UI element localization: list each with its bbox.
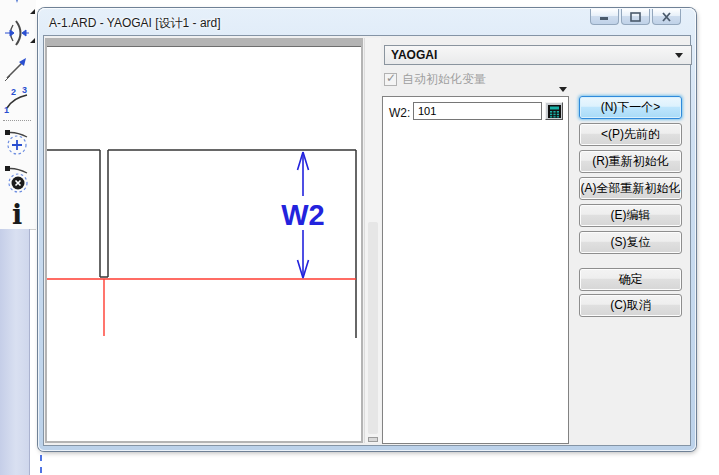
- next-button[interactable]: (N)下一个>: [579, 96, 682, 119]
- window-title: A-1.ARD - YAOGAI [设计1 - ard]: [49, 15, 221, 32]
- reset-button[interactable]: (S)复位: [579, 231, 682, 254]
- info-icon[interactable]: i: [3, 199, 31, 227]
- guide-line: [40, 455, 42, 473]
- titlebar[interactable]: A-1.ARD - YAOGAI [设计1 - ard]: [38, 8, 696, 35]
- svg-text:3: 3: [22, 86, 27, 95]
- renumber-points-icon[interactable]: 1 2 3: [3, 86, 31, 114]
- pattern-preview-canvas[interactable]: W2: [47, 46, 361, 441]
- pattern-outline: [47, 150, 356, 338]
- previous-button[interactable]: <(P)先前的: [579, 123, 682, 146]
- toolbar: 1 2 3: [0, 0, 36, 230]
- baseline-guides: [47, 279, 356, 336]
- maximize-button[interactable]: [621, 9, 650, 25]
- curve-adjust-icon[interactable]: [3, 19, 31, 47]
- auto-init-label: 自动初始化变量: [402, 71, 486, 88]
- calculator-button[interactable]: [545, 102, 563, 120]
- docked-panel-strip: [0, 229, 30, 475]
- ok-button[interactable]: 确定: [579, 268, 682, 291]
- add-point-icon[interactable]: [3, 127, 31, 159]
- list-dropdown-icon[interactable]: [559, 87, 567, 92]
- controls-panel: YAOGAI 自动初始化变量 W2:: [382, 36, 690, 445]
- combobox-value: YAOGAI: [385, 48, 675, 62]
- dropdown-corner-icon: [30, 38, 35, 43]
- dialog-client-area: W2 YAOGAI 自动初始化变量: [43, 35, 691, 446]
- variable-value-input[interactable]: [413, 102, 542, 120]
- auto-init-row: 自动初始化变量: [384, 72, 486, 86]
- close-button[interactable]: [652, 9, 681, 25]
- maximize-icon: [630, 12, 641, 22]
- calculator-icon: [548, 105, 561, 118]
- chevron-down-icon: [675, 53, 683, 58]
- svg-text:1: 1: [4, 105, 9, 114]
- variable-row: W2:: [383, 102, 568, 122]
- scrollbar-thumb[interactable]: [368, 222, 378, 434]
- reinitialize-button[interactable]: (R)重新初始化: [579, 150, 682, 173]
- variable-list[interactable]: W2:: [382, 96, 569, 444]
- cancel-button[interactable]: (C)取消: [579, 294, 682, 317]
- curve-select-icon[interactable]: [3, 0, 31, 4]
- svg-text:i: i: [12, 199, 22, 229]
- scrollbar-grip[interactable]: [368, 437, 378, 442]
- preview-scrollbar[interactable]: [364, 38, 381, 443]
- window-controls: [588, 9, 681, 25]
- auto-init-checkbox[interactable]: [384, 73, 397, 86]
- dimension-label-group: W2: [281, 199, 325, 231]
- minimize-icon: [599, 12, 610, 21]
- drawing-frame: W2: [45, 38, 363, 443]
- dropdown-corner-icon: [30, 9, 35, 14]
- reinitialize-all-button[interactable]: (A)全部重新初始化: [579, 177, 682, 200]
- measure-arrow-icon[interactable]: [3, 54, 31, 82]
- edit-button[interactable]: (E)编辑: [579, 204, 682, 227]
- close-icon: [661, 12, 672, 22]
- left-tool-rail: 1 2 3: [0, 0, 37, 475]
- svg-text:2: 2: [11, 87, 16, 97]
- dimension-label: W2: [281, 199, 325, 231]
- minimize-button[interactable]: [590, 9, 619, 25]
- piece-select-combobox[interactable]: YAOGAI: [384, 45, 692, 65]
- dialog-window: A-1.ARD - YAOGAI [设计1 - ard]: [38, 8, 696, 451]
- toolbar-separator: [3, 120, 31, 121]
- page: 1 2 3: [0, 0, 719, 475]
- variable-name: W2:: [389, 106, 410, 120]
- delete-point-icon[interactable]: [3, 163, 31, 197]
